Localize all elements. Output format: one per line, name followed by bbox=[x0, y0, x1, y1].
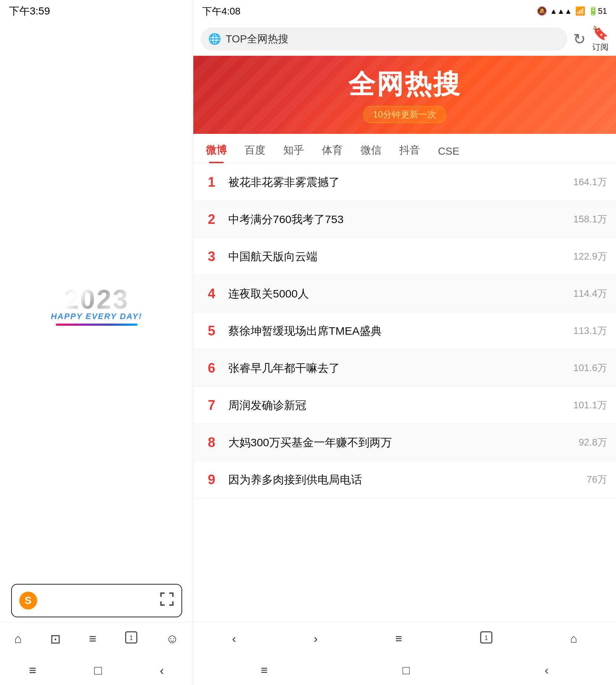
hot-title: 被花非花雾非雾震撼了 bbox=[228, 174, 567, 190]
left-panel: 下午3:59 2023 HAPPY EVERY DAY! S bbox=[0, 0, 193, 685]
mute-icon: 🔕 bbox=[537, 6, 547, 16]
tabs-row: 微博 百度 知乎 体育 微信 抖音 CSE bbox=[193, 134, 616, 164]
hot-list-item[interactable]: 3 中国航天版向云端 122.9万 bbox=[193, 238, 616, 275]
banner-subtitle: 10分钟更新一次 bbox=[364, 106, 446, 123]
hot-rank: 6 bbox=[202, 360, 221, 376]
rnav-back-icon[interactable]: ‹ bbox=[232, 632, 236, 646]
hot-title: 连夜取关5000人 bbox=[228, 286, 567, 302]
hot-list-item[interactable]: 1 被花非花雾非雾震撼了 164.1万 bbox=[193, 164, 616, 201]
hot-list-item[interactable]: 2 中考满分760我考了753 158.1万 bbox=[193, 201, 616, 238]
tab-zhihu[interactable]: 知乎 bbox=[274, 143, 313, 163]
banner-title: 全网热搜 bbox=[348, 67, 461, 102]
nav-tab-icon[interactable]: 1 bbox=[125, 631, 138, 647]
hot-list-item[interactable]: 4 连夜取关5000人 114.4万 bbox=[193, 275, 616, 312]
svg-rect-5 bbox=[160, 601, 162, 606]
hot-title: 中考满分760我考了753 bbox=[228, 212, 567, 227]
logo-year: 2023 bbox=[51, 284, 142, 315]
top-search-bar[interactable]: 🌐 TOP全网热搜 bbox=[201, 28, 567, 51]
logo-ribbon bbox=[56, 324, 138, 326]
rnav-home-icon[interactable]: ⌂ bbox=[570, 632, 577, 646]
refresh-icon[interactable]: ↻ bbox=[573, 30, 586, 48]
hot-count: 76万 bbox=[587, 473, 607, 486]
hot-rank: 4 bbox=[202, 286, 221, 302]
search-bar-text: TOP全网热搜 bbox=[226, 32, 288, 46]
left-system-bar: ≡ □ ‹ bbox=[0, 655, 193, 685]
hot-title: 张睿早几年都干嘛去了 bbox=[228, 360, 567, 376]
scan-icon[interactable] bbox=[160, 592, 174, 610]
tab-weibo[interactable]: 微博 bbox=[197, 143, 236, 163]
rnav-menu-icon[interactable]: ≡ bbox=[395, 632, 402, 646]
signal-icon: ▲▲▲ bbox=[550, 7, 572, 16]
nav-user-icon[interactable]: ☺ bbox=[166, 631, 179, 646]
hot-rank: 7 bbox=[202, 398, 221, 413]
sogou-icon: S bbox=[19, 592, 37, 610]
app-logo: 2023 HAPPY EVERY DAY! bbox=[51, 284, 142, 326]
hot-rank: 8 bbox=[202, 435, 221, 450]
rsys-menu-icon[interactable]: ≡ bbox=[261, 663, 268, 677]
sys-square-icon[interactable]: □ bbox=[94, 663, 102, 678]
globe-icon: 🌐 bbox=[208, 33, 221, 45]
hot-list-item[interactable]: 7 周润发确诊新冠 101.1万 bbox=[193, 387, 616, 424]
sys-back-icon[interactable]: ‹ bbox=[160, 663, 164, 678]
left-status-bar: 下午3:59 bbox=[0, 0, 193, 22]
search-bar[interactable]: S bbox=[11, 584, 182, 617]
svg-rect-3 bbox=[172, 592, 174, 597]
hot-count: 113.1万 bbox=[573, 324, 607, 337]
subscribe-icon: 🔖 bbox=[592, 25, 609, 41]
hot-list-item[interactable]: 9 因为养多肉接到供电局电话 76万 bbox=[193, 461, 616, 498]
hot-count: 158.1万 bbox=[573, 213, 607, 226]
subscribe-button[interactable]: 🔖 订阅 bbox=[592, 25, 609, 53]
wifi-icon: 📶 bbox=[575, 6, 585, 16]
svg-text:1: 1 bbox=[484, 635, 488, 641]
nav-menu-icon[interactable]: ≡ bbox=[89, 631, 96, 646]
hot-list-item[interactable]: 5 蔡徐坤暂缓现场出席TMEA盛典 113.1万 bbox=[193, 312, 616, 350]
right-status-icons: 🔕 ▲▲▲ 📶 🔋51 bbox=[537, 6, 607, 16]
right-top-bar: 🌐 TOP全网热搜 ↻ 🔖 订阅 bbox=[193, 22, 616, 56]
hot-title: 因为养多肉接到供电局电话 bbox=[228, 472, 581, 488]
hot-rank: 5 bbox=[202, 323, 221, 339]
tab-baidu[interactable]: 百度 bbox=[236, 143, 274, 163]
hot-title: 周润发确诊新冠 bbox=[228, 398, 567, 413]
subscribe-label: 订阅 bbox=[592, 42, 609, 53]
hot-count: 101.6万 bbox=[573, 361, 607, 374]
nav-bookmark-icon[interactable]: ⊡ bbox=[50, 631, 61, 646]
tab-douyin[interactable]: 抖音 bbox=[390, 143, 429, 163]
hot-count: 101.1万 bbox=[573, 399, 607, 412]
right-status-bar: 下午4:08 🔕 ▲▲▲ 📶 🔋51 bbox=[193, 0, 616, 22]
left-bottom-nav: ⌂ ⊡ ≡ 1 ☺ bbox=[0, 622, 193, 655]
hot-banner: 全网热搜 10分钟更新一次 bbox=[193, 56, 616, 134]
rnav-forward-icon[interactable]: › bbox=[314, 632, 318, 646]
rsys-square-icon[interactable]: □ bbox=[403, 663, 410, 677]
left-logo-area: 2023 HAPPY EVERY DAY! bbox=[51, 45, 142, 565]
battery-icon: 🔋51 bbox=[588, 6, 607, 16]
hot-list-item[interactable]: 6 张睿早几年都干嘛去了 101.6万 bbox=[193, 350, 616, 387]
tab-csdn[interactable]: CSE bbox=[429, 145, 468, 163]
left-time: 下午3:59 bbox=[9, 4, 50, 18]
hot-rank: 9 bbox=[202, 472, 221, 488]
nav-home-icon[interactable]: ⌂ bbox=[14, 631, 22, 646]
hot-title: 大妈300万买基金一年赚不到两万 bbox=[228, 435, 573, 450]
right-panel: 下午4:08 🔕 ▲▲▲ 📶 🔋51 🌐 TOP全网热搜 ↻ 🔖 订阅 全网热搜… bbox=[193, 0, 616, 685]
right-time: 下午4:08 bbox=[202, 5, 241, 18]
hot-list-item[interactable]: 8 大妈300万买基金一年赚不到两万 92.8万 bbox=[193, 424, 616, 461]
hot-title: 中国航天版向云端 bbox=[228, 249, 567, 264]
tab-wechat[interactable]: 微信 bbox=[352, 143, 390, 163]
hot-count: 122.9万 bbox=[573, 250, 607, 263]
hot-count: 114.4万 bbox=[573, 287, 607, 300]
svg-rect-7 bbox=[172, 601, 174, 606]
svg-text:1: 1 bbox=[129, 635, 133, 641]
hot-count: 92.8万 bbox=[578, 436, 607, 449]
svg-rect-1 bbox=[160, 592, 162, 597]
hot-count: 164.1万 bbox=[573, 176, 607, 189]
hot-rank: 2 bbox=[202, 212, 221, 227]
hot-rank: 1 bbox=[202, 174, 221, 190]
right-bottom-nav: ‹ › ≡ 1 ⌂ bbox=[193, 622, 616, 655]
rsys-back-icon[interactable]: ‹ bbox=[545, 663, 549, 677]
right-system-bar: ≡ □ ‹ bbox=[193, 655, 616, 685]
hot-list: 1 被花非花雾非雾震撼了 164.1万 2 中考满分760我考了753 158.… bbox=[193, 164, 616, 622]
sys-menu-icon[interactable]: ≡ bbox=[29, 663, 36, 678]
hot-rank: 3 bbox=[202, 249, 221, 264]
tab-sports[interactable]: 体育 bbox=[313, 143, 352, 163]
hot-title: 蔡徐坤暂缓现场出席TMEA盛典 bbox=[228, 323, 567, 339]
rnav-tab-icon[interactable]: 1 bbox=[480, 631, 493, 647]
